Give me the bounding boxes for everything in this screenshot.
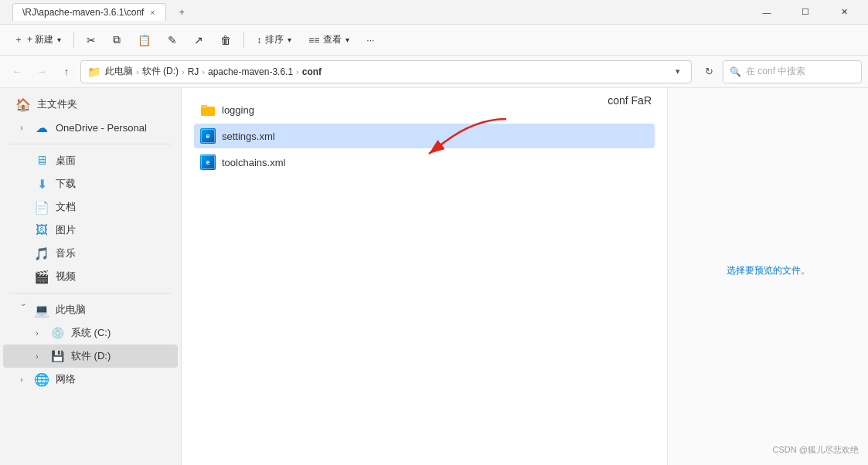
breadcrumb-dropdown-button[interactable]: ▾	[671, 65, 685, 78]
expand-system-drive-icon: ›	[31, 327, 43, 339]
home-icon: 🏠	[15, 97, 31, 112]
file-list: logging e settings.xml e toolchains.xml	[194, 97, 655, 175]
sort-icon: ↕	[257, 35, 261, 46]
network-icon: 🌐	[34, 372, 49, 387]
main-area: 🏠 主文件夹 › ☁ OneDrive - Personal 🖥 桌面 📌 ⬇ …	[0, 88, 868, 465]
sidebar-item-label-desktop: 桌面	[56, 154, 76, 168]
toolbar-separator-2	[243, 32, 244, 48]
breadcrumb-pc: 此电脑	[105, 65, 133, 78]
new-button[interactable]: ＋ + 新建 ▾	[6, 29, 69, 52]
paste-button[interactable]: 📋	[130, 29, 158, 52]
onedrive-icon: ☁	[34, 120, 49, 135]
sort-button[interactable]: ↕ 排序 ▾	[249, 29, 299, 52]
title-bar: \RJ\apache-maven-3.6.1\conf × + — ☐ ✕	[0, 0, 868, 25]
pictures-icon: 🖼	[34, 223, 49, 237]
bc-sep-4: ›	[296, 67, 299, 76]
view-label: 查看	[323, 33, 342, 46]
sidebar-item-software-drive[interactable]: › 💾 软件 (D:)	[3, 345, 178, 368]
sidebar-item-videos[interactable]: 🎬 视频 📌	[3, 265, 178, 288]
breadcrumb-conf: conf	[302, 66, 322, 77]
view-dropdown-icon: ▾	[345, 36, 349, 44]
paste-icon: 📋	[138, 34, 151, 46]
watermark-text: CSDN @狐儿尽悲欢绝	[773, 444, 859, 456]
toolbar-separator-1	[73, 32, 74, 48]
tab-label: \RJ\apache-maven-3.6.1\conf	[22, 7, 144, 18]
breadcrumb-bar[interactable]: 📁 此电脑 › 软件 (D:) › RJ › apache-maven-3.6.…	[80, 60, 692, 83]
documents-icon: 📄	[34, 200, 49, 215]
file-item-settings-xml[interactable]: e settings.xml	[194, 124, 655, 148]
sidebar-divider-2	[9, 293, 172, 294]
view-button[interactable]: ≡≡ 查看 ▾	[301, 29, 357, 52]
rename-icon: ✎	[168, 34, 177, 46]
sidebar-item-label-home: 主文件夹	[37, 97, 77, 111]
tab-close-button[interactable]: ×	[148, 8, 156, 17]
sidebar-item-label-system-drive: 系统 (C:)	[71, 326, 111, 340]
rename-button[interactable]: ✎	[160, 29, 185, 52]
file-item-logging[interactable]: logging	[194, 97, 655, 122]
up-button[interactable]: ↑	[56, 61, 77, 83]
view-icon: ≡≡	[308, 35, 319, 46]
sidebar-item-label-software-drive: 软件 (D:)	[71, 349, 111, 363]
sidebar-item-label-downloads: 下载	[56, 177, 76, 191]
sidebar-item-music[interactable]: 🎵 音乐 📌	[3, 242, 178, 265]
minimize-button[interactable]: —	[749, 0, 785, 25]
explorer-tab[interactable]: \RJ\apache-maven-3.6.1\conf ×	[12, 3, 166, 21]
cut-icon: ✂	[87, 34, 96, 46]
new-icon: ＋	[14, 33, 23, 46]
sidebar-item-onedrive[interactable]: › ☁ OneDrive - Personal	[3, 116, 178, 139]
copy-icon: ⧉	[113, 33, 121, 46]
breadcrumb-maven: apache-maven-3.6.1	[208, 66, 293, 77]
sidebar-item-desktop[interactable]: 🖥 桌面 📌	[3, 149, 178, 172]
sidebar-item-this-pc[interactable]: › 💻 此电脑	[3, 298, 178, 321]
software-drive-icon: 💾	[49, 350, 65, 362]
copy-button[interactable]: ⧉	[105, 29, 128, 52]
sidebar-item-network[interactable]: › 🌐 网络	[3, 368, 178, 391]
sort-label: 排序	[265, 33, 284, 46]
sidebar-item-system-drive[interactable]: › 💿 系统 (C:)	[3, 321, 178, 345]
bc-sep-2: ›	[182, 67, 185, 76]
file-name-settings-xml: settings.xml	[222, 131, 275, 142]
search-box[interactable]: 🔍 在 conf 中搜索	[723, 60, 862, 83]
delete-button[interactable]: 🗑	[213, 29, 239, 52]
preview-panel: 选择要预览的文件。 CSDN @狐儿尽悲欢绝	[667, 88, 868, 465]
content-area: logging e settings.xml e toolchains.xml	[182, 88, 667, 465]
address-bar: ← → ↑ 📁 此电脑 › 软件 (D:) › RJ › apache-mave…	[0, 56, 868, 88]
more-button[interactable]: ···	[359, 29, 382, 52]
restore-button[interactable]: ☐	[788, 0, 823, 25]
new-tab-button[interactable]: +	[172, 3, 191, 22]
sidebar-item-label-pictures: 图片	[56, 223, 76, 237]
music-icon: 🎵	[34, 246, 49, 261]
sidebar-item-quick-access[interactable]: 🏠 主文件夹	[3, 93, 178, 116]
xml-icon-toolchains: e	[200, 154, 216, 170]
sidebar-item-downloads[interactable]: ⬇ 下载 📌	[3, 172, 178, 195]
bc-sep-3: ›	[202, 67, 205, 76]
sidebar-item-label-this-pc: 此电脑	[56, 303, 86, 317]
sidebar-item-label-videos: 视频	[56, 270, 76, 283]
sidebar-divider-1	[9, 144, 172, 144]
videos-icon: 🎬	[34, 270, 49, 284]
forward-button[interactable]: →	[31, 61, 53, 83]
share-icon: ↗	[194, 34, 203, 46]
sidebar-item-label-network: 网络	[56, 372, 76, 386]
preview-select-text: 选择要预览的文件。	[727, 264, 810, 277]
file-item-toolchains-xml[interactable]: e toolchains.xml	[194, 150, 655, 175]
sidebar-item-pictures[interactable]: 🖼 图片 📌	[3, 219, 178, 242]
sidebar-item-label-music: 音乐	[56, 246, 76, 260]
refresh-button[interactable]: ↻	[698, 61, 720, 83]
sidebar-item-documents[interactable]: 📄 文档 📌	[3, 195, 178, 219]
cut-button[interactable]: ✂	[79, 29, 104, 52]
breadcrumb-rj: RJ	[188, 66, 199, 77]
share-button[interactable]: ↗	[186, 29, 211, 52]
breadcrumb-folder-icon: 📁	[87, 66, 100, 78]
breadcrumb-drive: 软件 (D:)	[142, 65, 179, 78]
title-bar-left: \RJ\apache-maven-3.6.1\conf × +	[12, 3, 191, 22]
expand-icon: ›	[15, 121, 28, 134]
xml-icon-settings: e	[200, 128, 216, 144]
search-icon: 🔍	[730, 66, 741, 77]
sidebar-item-label-onedrive: OneDrive - Personal	[56, 122, 147, 134]
toolbar: ＋ + 新建 ▾ ✂ ⧉ 📋 ✎ ↗ 🗑 ↕ 排序 ▾ ≡≡ 查看 ▾ ···	[0, 25, 868, 56]
back-button[interactable]: ←	[6, 61, 28, 83]
svg-rect-1	[201, 105, 207, 108]
downloads-icon: ⬇	[34, 177, 49, 192]
close-button[interactable]: ✕	[826, 0, 862, 25]
